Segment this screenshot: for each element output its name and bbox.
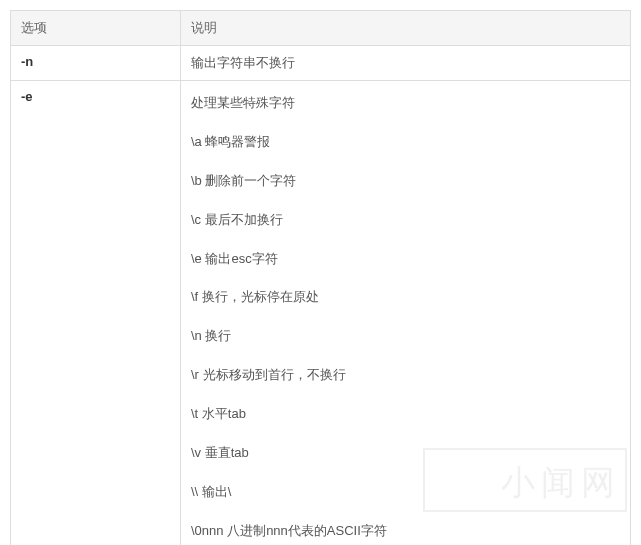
description-line: \b 删除前一个字符 [191, 167, 620, 206]
table-row: -n输出字符串不换行 [11, 46, 631, 81]
description-line: \f 换行，光标停在原处 [191, 283, 620, 322]
description-line: \c 最后不加换行 [191, 206, 620, 245]
description-cell: 处理某些特殊字符\a 蜂鸣器警报\b 删除前一个字符\c 最后不加换行\e 输出… [181, 81, 631, 546]
description-line: \n 换行 [191, 322, 620, 361]
description-line: \a 蜂鸣器警报 [191, 128, 620, 167]
description-line: \\ 输出\ [191, 478, 620, 517]
description-line: \e 输出esc字符 [191, 245, 620, 284]
description-cell: 输出字符串不换行 [181, 46, 631, 81]
options-table: 选项 说明 -n输出字符串不换行-e处理某些特殊字符\a 蜂鸣器警报\b 删除前… [10, 10, 631, 545]
option-cell: -n [11, 46, 181, 81]
header-option: 选项 [11, 11, 181, 46]
description-line: \r 光标移动到首行，不换行 [191, 361, 620, 400]
description-line: \v 垂直tab [191, 439, 620, 478]
description-line: 处理某些特殊字符 [191, 89, 620, 128]
header-description: 说明 [181, 11, 631, 46]
description-line: \0nnn 八进制nnn代表的ASCII字符 [191, 517, 620, 545]
option-cell: -e [11, 81, 181, 546]
table-header-row: 选项 说明 [11, 11, 631, 46]
description-line: \t 水平tab [191, 400, 620, 439]
table-row: -e处理某些特殊字符\a 蜂鸣器警报\b 删除前一个字符\c 最后不加换行\e … [11, 81, 631, 546]
